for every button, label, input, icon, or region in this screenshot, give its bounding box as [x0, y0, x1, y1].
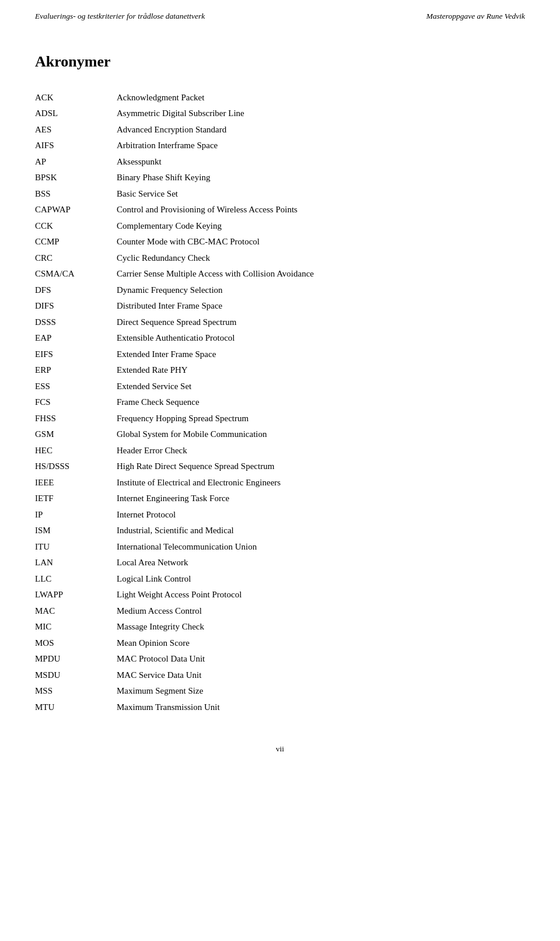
table-row: HS/DSSSHigh Rate Direct Sequence Spread … — [35, 459, 525, 475]
table-row: MSSMaximum Segment Size — [35, 683, 525, 699]
acronym-definition: Cyclic Redundancy Check — [117, 250, 525, 266]
acronym-abbr: ITU — [35, 538, 117, 555]
table-row: BSSBasic Service Set — [35, 186, 525, 202]
page-footer: vii — [35, 733, 525, 761]
table-row: HECHeader Error Check — [35, 442, 525, 459]
acronym-abbr: ISM — [35, 523, 117, 539]
acronym-abbr: MTU — [35, 699, 117, 715]
table-row: MACMedium Access Control — [35, 603, 525, 619]
table-row: ITUInternational Telecommunication Union — [35, 538, 525, 555]
acronym-abbr: FCS — [35, 394, 117, 411]
acronym-table: ACKAcknowledgment PacketADSLAsymmetric D… — [35, 89, 525, 715]
table-row: CAPWAPControl and Provisioning of Wirele… — [35, 202, 525, 218]
acronym-abbr: ESS — [35, 378, 117, 394]
acronym-abbr: DFS — [35, 282, 117, 298]
acronym-abbr: ERP — [35, 362, 117, 379]
acronym-definition: Control and Provisioning of Wireless Acc… — [117, 202, 525, 218]
acronym-definition: Arbitration Interframe Space — [117, 138, 525, 154]
table-row: AIFSArbitration Interframe Space — [35, 138, 525, 154]
table-row: MOSMean Opinion Score — [35, 635, 525, 651]
acronym-definition: Mean Opinion Score — [117, 635, 525, 651]
acronym-abbr: BSS — [35, 186, 117, 202]
table-row: GSMGlobal System for Mobile Communicatio… — [35, 426, 525, 443]
acronym-definition: Header Error Check — [117, 442, 525, 459]
acronym-abbr: MAC — [35, 603, 117, 619]
acronym-definition: Asymmetric Digital Subscriber Line — [117, 106, 525, 122]
acronym-definition: Frame Check Sequence — [117, 394, 525, 411]
table-row: MTUMaximum Transmission Unit — [35, 699, 525, 715]
acronym-definition: Light Weight Access Point Protocol — [117, 587, 525, 603]
acronym-abbr: GSM — [35, 426, 117, 443]
acronym-definition: Institute of Electrical and Electronic E… — [117, 474, 525, 491]
table-row: APAksesspunkt — [35, 153, 525, 170]
acronym-abbr: CRC — [35, 250, 117, 266]
acronym-definition: Acknowledgment Packet — [117, 89, 525, 106]
page: Evaluerings- og testkriterier for trådlo… — [0, 0, 560, 941]
acronym-definition: MAC Service Data Unit — [117, 667, 525, 683]
acronym-definition: Counter Mode with CBC-MAC Protocol — [117, 234, 525, 250]
acronym-definition: Basic Service Set — [117, 186, 525, 202]
table-row: AESAdvanced Encryption Standard — [35, 121, 525, 138]
acronym-abbr: ACK — [35, 89, 117, 106]
table-row: MPDUMAC Protocol Data Unit — [35, 651, 525, 667]
acronym-abbr: MSDU — [35, 667, 117, 683]
acronym-definition: Aksesspunkt — [117, 153, 525, 170]
table-row: FHSSFrequency Hopping Spread Spectrum — [35, 410, 525, 426]
table-row: MICMassage Integrity Check — [35, 619, 525, 635]
acronym-definition: Distributed Inter Frame Space — [117, 298, 525, 314]
table-row: CCMPCounter Mode with CBC-MAC Protocol — [35, 234, 525, 250]
acronym-abbr: CAPWAP — [35, 202, 117, 218]
acronym-abbr: CCK — [35, 218, 117, 234]
acronym-abbr: ADSL — [35, 106, 117, 122]
acronym-abbr: IETF — [35, 491, 117, 507]
acronym-definition: Direct Sequence Spread Spectrum — [117, 314, 525, 330]
acronym-abbr: AES — [35, 121, 117, 138]
table-row: CRCCyclic Redundancy Check — [35, 250, 525, 266]
acronym-abbr: DIFS — [35, 298, 117, 314]
acronym-definition: Advanced Encryption Standard — [117, 121, 525, 138]
acronym-abbr: FHSS — [35, 410, 117, 426]
acronym-definition: Industrial, Scientific and Medical — [117, 523, 525, 539]
table-row: ISMIndustrial, Scientific and Medical — [35, 523, 525, 539]
acronym-abbr: CCMP — [35, 234, 117, 250]
acronym-definition: Massage Integrity Check — [117, 619, 525, 635]
acronym-definition: High Rate Direct Sequence Spread Spectru… — [117, 459, 525, 475]
table-row: IEEEInstitute of Electrical and Electron… — [35, 474, 525, 491]
table-row: BPSKBinary Phase Shift Keying — [35, 170, 525, 186]
acronym-abbr: IEEE — [35, 474, 117, 491]
acronym-abbr: MSS — [35, 683, 117, 699]
table-row: CSMA/CACarrier Sense Multiple Access wit… — [35, 266, 525, 282]
table-row: EIFSExtended Inter Frame Space — [35, 346, 525, 362]
acronym-definition: Internet Protocol — [117, 506, 525, 523]
page-header: Evaluerings- og testkriterier for trådlo… — [35, 0, 525, 28]
page-title: Akronymer — [35, 50, 525, 73]
table-row: CCKComplementary Code Keying — [35, 218, 525, 234]
acronym-definition: Logical Link Control — [117, 571, 525, 587]
table-row: MSDUMAC Service Data Unit — [35, 667, 525, 683]
acronym-abbr: AP — [35, 153, 117, 170]
acronym-definition: Global System for Mobile Communication — [117, 426, 525, 443]
table-row: LANLocal Area Network — [35, 555, 525, 571]
acronym-abbr: IP — [35, 506, 117, 523]
acronym-abbr: BPSK — [35, 170, 117, 186]
acronym-abbr: HS/DSSS — [35, 459, 117, 475]
table-row: ESSExtended Service Set — [35, 378, 525, 394]
acronym-abbr: LAN — [35, 555, 117, 571]
table-row: ERPExtended Rate PHY — [35, 362, 525, 379]
header-right: Masteroppgave av Rune Vedvik — [426, 11, 525, 22]
acronym-definition: Carrier Sense Multiple Access with Colli… — [117, 266, 525, 282]
acronym-definition: Maximum Segment Size — [117, 683, 525, 699]
acronym-abbr: EIFS — [35, 346, 117, 362]
acronym-abbr: MPDU — [35, 651, 117, 667]
acronym-definition: Frequency Hopping Spread Spectrum — [117, 410, 525, 426]
acronym-definition: Extended Service Set — [117, 378, 525, 394]
acronym-abbr: CSMA/CA — [35, 266, 117, 282]
acronym-definition: Extended Inter Frame Space — [117, 346, 525, 362]
table-row: ACKAcknowledgment Packet — [35, 89, 525, 106]
table-row: ADSLAsymmetric Digital Subscriber Line — [35, 106, 525, 122]
acronym-abbr: DSSS — [35, 314, 117, 330]
table-row: LLCLogical Link Control — [35, 571, 525, 587]
acronym-abbr: MIC — [35, 619, 117, 635]
table-row: LWAPPLight Weight Access Point Protocol — [35, 587, 525, 603]
table-row: DFSDynamic Frequency Selection — [35, 282, 525, 298]
